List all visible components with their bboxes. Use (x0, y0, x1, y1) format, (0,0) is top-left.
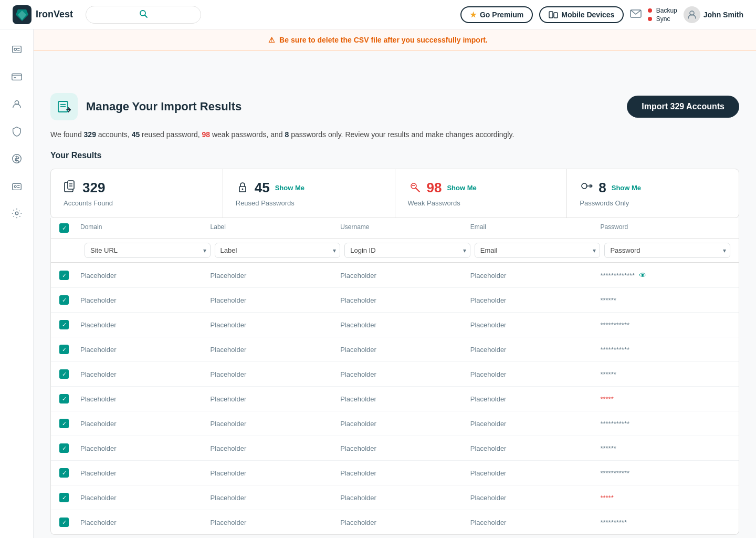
password-dropdown[interactable]: Password (604, 243, 730, 258)
sidebar-item-contacts[interactable] (5, 92, 28, 116)
row-domain-1: Placeholder (80, 296, 211, 304)
reused-count: 45 (132, 130, 140, 139)
row-domain-2: Placeholder (80, 321, 211, 329)
col-header-domain: Domain (80, 223, 211, 233)
mobile-devices-button[interactable]: Mobile Devices (539, 6, 624, 23)
sync-dot (648, 17, 652, 21)
row-domain-5: Placeholder (80, 395, 211, 403)
stat-reused: 45 Show Me Reused Passwords (223, 169, 395, 218)
select-all-checkbox[interactable] (59, 223, 69, 233)
show-me-weak[interactable]: Show Me (447, 184, 476, 192)
row-domain-4: Placeholder (80, 370, 211, 378)
row-domain-10: Placeholder (80, 519, 211, 526)
row-checkbox-7[interactable] (59, 443, 80, 453)
row-username-5: Placeholder (340, 395, 470, 403)
password-dropdown-wrapper: Password (604, 243, 730, 258)
row-checkbox-5[interactable] (59, 394, 80, 404)
dropdown-row: Site URL Label Login ID Email (51, 239, 739, 263)
reused-stat-label: Reused Passwords (236, 199, 382, 207)
label-dropdown[interactable]: Label (215, 243, 341, 258)
show-me-reused[interactable]: Show Me (275, 184, 304, 192)
select-all-header (59, 223, 80, 233)
table-row: Placeholder Placeholder Placeholder Plac… (51, 263, 739, 288)
row-checkbox-1[interactable] (59, 295, 80, 305)
show-me-pwdonly[interactable]: Show Me (612, 184, 641, 192)
backup-dot (648, 8, 652, 13)
row-checkbox-10[interactable] (59, 518, 80, 527)
stat-reused-top: 45 Show Me (236, 180, 382, 196)
row-pwd-text-9: ***** (600, 494, 613, 502)
row-label-3: Placeholder (211, 346, 341, 354)
row-checkbox-6[interactable] (59, 419, 80, 428)
row-username-4: Placeholder (340, 370, 470, 378)
username-dropdown[interactable]: Login ID (344, 243, 470, 258)
pwdonly-stat-label: Passwords Only (580, 199, 726, 207)
row-password-2: *********** (600, 321, 730, 329)
email-dropdown[interactable]: Email (475, 243, 601, 258)
sidebar-item-accounts[interactable] (5, 38, 28, 61)
row-checkbox-3[interactable] (59, 345, 80, 354)
page-title: Manage Your Import Results (86, 100, 242, 113)
sidebar-item-security[interactable] (5, 120, 28, 143)
col-header-email: Email (470, 223, 601, 233)
weak-stat-label: Weak Passwords (408, 199, 554, 207)
row-label-0: Placeholder (211, 272, 341, 280)
row-email-0: Placeholder (470, 272, 601, 280)
avatar-circle (684, 6, 700, 23)
row-email-2: Placeholder (470, 321, 601, 329)
pwdonly-stat-num: 8 (598, 180, 606, 196)
row-email-5: Placeholder (470, 395, 601, 403)
row-checkbox-0[interactable] (59, 271, 80, 280)
import-button[interactable]: Import 329 Accounts (627, 96, 739, 118)
sidebar-item-settings[interactable] (5, 202, 28, 225)
svg-line-35 (415, 188, 419, 192)
premium-button[interactable]: ★ Go Premium (460, 6, 533, 23)
row-password-7: ****** (600, 444, 730, 452)
reused-stat-icon (236, 180, 249, 196)
row-username-6: Placeholder (340, 420, 470, 428)
app-name: IronVest (36, 9, 73, 20)
svg-point-33 (242, 188, 243, 190)
sidebar (0, 29, 34, 538)
row-email-4: Placeholder (470, 370, 601, 378)
svg-rect-29 (68, 181, 74, 189)
svg-rect-19 (12, 183, 21, 190)
row-checkbox-9[interactable] (59, 493, 80, 502)
row-label-1: Placeholder (211, 296, 341, 304)
svg-point-10 (14, 48, 16, 51)
star-icon: ★ (470, 11, 477, 19)
row-email-10: Placeholder (470, 519, 601, 526)
row-checkbox-8[interactable] (59, 468, 80, 478)
weak-stat-icon (408, 180, 422, 196)
row-password-9: ***** (600, 494, 730, 502)
sidebar-item-identity[interactable] (5, 174, 28, 198)
stat-pwdonly: 8 Show Me Passwords Only (567, 169, 739, 218)
user-avatar[interactable]: John Smith (684, 6, 743, 23)
results-label: Your Results (50, 151, 739, 160)
row-password-4: ****** (600, 370, 730, 378)
warning-text: Be sure to delete the CSV file after you… (279, 36, 488, 44)
search-bar[interactable] (86, 6, 201, 24)
domain-dropdown[interactable]: Site URL (85, 243, 211, 258)
row-username-8: Placeholder (340, 469, 470, 477)
content-inner: Manage Your Import Results Import 329 Ac… (34, 80, 756, 538)
row-password-3: *********** (600, 346, 730, 354)
search-icon (139, 9, 148, 20)
mail-icon[interactable] (630, 8, 642, 20)
table-rows: Placeholder Placeholder Placeholder Plac… (51, 263, 739, 534)
table-container: Domain Label Username Email Password Sit… (50, 218, 739, 535)
pwdonly-count: 8 (285, 130, 289, 139)
row-email-6: Placeholder (470, 420, 601, 428)
sidebar-item-crypto[interactable] (5, 147, 28, 170)
row-password-8: *********** (600, 469, 730, 477)
table-row: Placeholder Placeholder Placeholder Plac… (51, 436, 739, 461)
sync-status: Sync (648, 15, 677, 23)
warning-icon: ⚠ (268, 36, 275, 44)
domain-dropdown-wrapper: Site URL (85, 243, 211, 258)
row-checkbox-4[interactable] (59, 369, 80, 379)
row-checkbox-2[interactable] (59, 320, 80, 329)
svg-rect-5 (549, 12, 553, 18)
row-username-0: Placeholder (340, 272, 470, 280)
sidebar-item-cards[interactable] (5, 65, 28, 88)
eye-icon-0[interactable]: 👁 (639, 271, 646, 280)
